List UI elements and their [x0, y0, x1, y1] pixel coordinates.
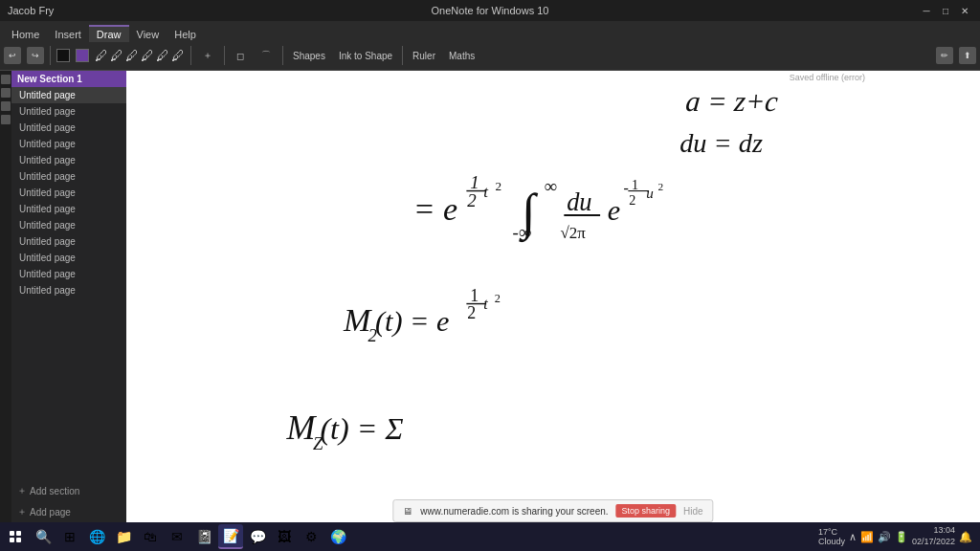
tab-view[interactable]: View: [129, 27, 167, 42]
page-item-10[interactable]: Untitled page: [11, 233, 126, 250]
svg-text:2: 2: [496, 179, 502, 193]
ribbon: Home Insert Draw View Help ↩ ↪ 🖊 🖊 🖊 🖊 🖊…: [0, 21, 980, 71]
pen-tool-5[interactable]: 🖊: [156, 48, 169, 63]
taskbar-mail[interactable]: ✉: [165, 524, 189, 549]
notification-button[interactable]: 🔔: [959, 531, 972, 543]
svg-text:e: e: [608, 194, 620, 227]
sep3: [224, 46, 225, 65]
redo-button[interactable]: ↪: [27, 47, 44, 64]
svg-text:t: t: [483, 183, 489, 201]
taskbar-onenote[interactable]: 📓: [191, 524, 216, 549]
section-icon-3[interactable]: [1, 101, 11, 111]
page-item-3[interactable]: Untitled page: [11, 120, 126, 136]
add-page-button[interactable]: ＋ Add page: [11, 501, 126, 522]
pen-tool-4[interactable]: 🖊: [141, 48, 154, 63]
tab-insert[interactable]: Insert: [47, 27, 89, 42]
svg-text:du: du: [567, 187, 591, 216]
taskbar-search[interactable]: 🔍: [31, 524, 56, 549]
ruler-button[interactable]: Ruler: [409, 49, 439, 63]
pen-tools: 🖊 🖊 🖊 🖊 🖊 🖊: [95, 48, 185, 63]
section-icon-1[interactable]: [1, 75, 11, 84]
windows-icon: [10, 531, 21, 542]
add-section-button[interactable]: ＋ Add section: [11, 480, 126, 501]
sep4: [282, 46, 283, 65]
tab-home[interactable]: Home: [4, 27, 47, 42]
section-header[interactable]: New Section 1: [11, 71, 126, 87]
page-item-12[interactable]: Untitled page: [11, 266, 126, 282]
add-pen-button[interactable]: ＋: [197, 47, 218, 64]
taskbar-edge[interactable]: 🌐: [84, 524, 109, 549]
svg-text:du = dz: du = dz: [679, 128, 763, 158]
sep5: [402, 46, 403, 65]
taskbar-icons: 🔍 ⊞ 🌐 📁 🛍 ✉ 📓 📝 💬 🖼 ⚙ 🌍: [31, 524, 350, 549]
sharing-message: www.numeradie.com is sharing your screen…: [420, 506, 608, 517]
system-tray-chevron[interactable]: ∧: [849, 531, 857, 543]
page-item-13[interactable]: Untitled page: [11, 282, 126, 298]
pen-tool-1[interactable]: 🖊: [95, 48, 108, 63]
sep2: [190, 46, 191, 65]
eraser-button[interactable]: ◻: [231, 49, 250, 63]
page-item-11[interactable]: Untitled page: [11, 250, 126, 266]
hide-banner-button[interactable]: Hide: [683, 506, 703, 517]
shapes-button[interactable]: Shapes: [289, 49, 329, 63]
tab-help[interactable]: Help: [167, 27, 204, 42]
taskbar-settings[interactable]: ⚙: [299, 524, 323, 549]
notebook-panel: New Section 1 Untitled page Untitled pag…: [11, 71, 126, 522]
taskbar-time: 13:04 02/17/2022: [912, 525, 955, 547]
taskbar-photos[interactable]: 🖼: [272, 524, 297, 549]
main-layout: New Section 1 Untitled page Untitled pag…: [0, 71, 980, 522]
share-button[interactable]: ⬆: [959, 47, 976, 64]
taskbar-task-view[interactable]: ⊞: [57, 524, 82, 549]
page-item-8[interactable]: Untitled page: [11, 201, 126, 217]
svg-text:u: u: [646, 186, 654, 201]
svg-text:1: 1: [632, 177, 638, 192]
section-icon-4[interactable]: [1, 115, 11, 124]
minimize-button[interactable]: ─: [919, 3, 934, 18]
pen-tool-2[interactable]: 🖊: [110, 48, 123, 63]
taskbar-store[interactable]: 🛍: [138, 524, 163, 549]
system-tray-battery[interactable]: 🔋: [895, 531, 908, 543]
svg-text:√2π: √2π: [561, 224, 587, 242]
color-black[interactable]: [56, 49, 70, 62]
section-icon-2[interactable]: [1, 88, 11, 98]
svg-text:2: 2: [658, 181, 664, 192]
add-page-label: Add page: [30, 507, 71, 518]
page-item-4[interactable]: Untitled page: [11, 136, 126, 152]
svg-text:2: 2: [495, 292, 501, 305]
system-tray-sound[interactable]: 🔊: [878, 531, 891, 543]
titlebar: Jacob Fry OneNote for Windows 10 ─ □ ✕: [0, 0, 980, 21]
page-item-7[interactable]: Untitled page: [11, 185, 126, 201]
titlebar-controls: ─ □ ✕: [919, 3, 972, 18]
ink-to-shape-button[interactable]: Ink to Shape: [335, 49, 396, 63]
page-item-1[interactable]: Untitled page: [11, 87, 126, 103]
edit-pen-button[interactable]: ✏: [936, 47, 953, 64]
canvas-area[interactable]: Saved offline (error) a = z+c du = dz = …: [126, 71, 980, 522]
taskbar-explorer[interactable]: 📁: [111, 524, 136, 549]
maths-button[interactable]: Maths: [445, 49, 479, 63]
svg-text:1: 1: [470, 286, 479, 305]
page-item-6[interactable]: Untitled page: [11, 168, 126, 185]
pen-tool-3[interactable]: 🖊: [125, 48, 139, 63]
pen-tool-6[interactable]: 🖊: [171, 48, 185, 63]
page-item-2[interactable]: Untitled page: [11, 103, 126, 120]
taskbar-teams[interactable]: 💬: [245, 524, 270, 549]
page-item-5[interactable]: Untitled page: [11, 152, 126, 168]
ribbon-content: ↩ ↪ 🖊 🖊 🖊 🖊 🖊 🖊 ＋ ◻ ⌒ Shapes Ink to Shap…: [0, 42, 980, 70]
taskbar-browser2[interactable]: 🌍: [325, 524, 350, 549]
taskbar-onenote-active[interactable]: 📝: [218, 524, 243, 549]
system-tray-network[interactable]: 📶: [860, 531, 874, 543]
color-purple[interactable]: [76, 49, 89, 62]
lasso-button[interactable]: ⌒: [256, 47, 277, 64]
svg-text:2: 2: [467, 303, 476, 322]
stop-sharing-button[interactable]: Stop sharing: [616, 504, 677, 518]
undo-button[interactable]: ↩: [4, 47, 21, 64]
svg-text:∞: ∞: [545, 176, 557, 196]
maximize-button[interactable]: □: [938, 3, 953, 18]
page-item-9[interactable]: Untitled page: [11, 217, 126, 233]
page-list: Untitled page Untitled page Untitled pag…: [11, 87, 126, 480]
titlebar-title: OneNote for Windows 10: [432, 5, 549, 16]
titlebar-user: Jacob Fry: [8, 5, 54, 16]
tab-draw[interactable]: Draw: [89, 25, 129, 42]
start-button[interactable]: [4, 525, 27, 548]
close-button[interactable]: ✕: [957, 3, 972, 18]
